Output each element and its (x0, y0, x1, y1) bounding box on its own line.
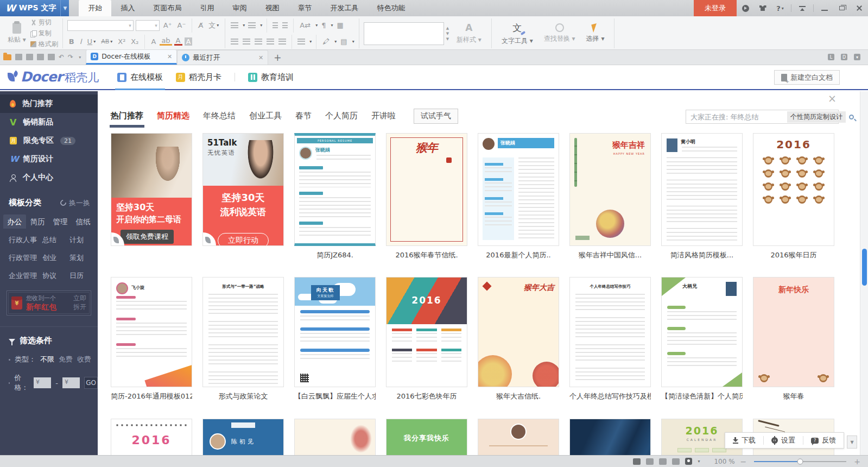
restore-button[interactable] (835, 3, 849, 13)
template-card[interactable] (294, 419, 376, 455)
template-thumbnail[interactable]: 猴年 (386, 133, 467, 246)
template-thumbnail[interactable]: 飞小旋 (111, 277, 192, 387)
view-options-dropdown[interactable]: ▾ (698, 459, 700, 464)
highlight-color-button[interactable]: ab (160, 37, 172, 46)
export-icon[interactable] (26, 54, 33, 60)
open-red-packet-button[interactable]: 立即拆开 (73, 294, 86, 311)
category-tab-office[interactable]: 办公 (3, 214, 26, 229)
skin-icon[interactable] (756, 3, 770, 13)
ad-cta-button[interactable]: 领取免费课程 (121, 230, 174, 244)
template-thumbnail[interactable]: 猴年吉祥 HAPPY NEW YEAR (569, 133, 651, 246)
template-thumbnail[interactable]: 新年快乐 (753, 277, 834, 387)
template-thumbnail[interactable]: PERSONAL RESUME 张晓娟 (294, 133, 376, 246)
login-button[interactable]: 未登录 (694, 0, 737, 16)
search-icon[interactable] (849, 115, 854, 119)
settings-button[interactable]: 设置 (764, 433, 803, 448)
web-view-icon[interactable] (672, 458, 680, 465)
format-painter-button[interactable]: 格式刷 (30, 40, 58, 49)
template-thumbnail[interactable]: 2016 (386, 277, 467, 387)
template-card[interactable] (569, 419, 651, 455)
template-card[interactable]: 飞小旋 简历-2016年通用模板012. (111, 277, 192, 401)
ad-cta-button[interactable]: 立即行动 (218, 233, 269, 246)
align-right-button[interactable] (255, 39, 262, 45)
styles-scroll-arrows[interactable]: ▲▼▼ (446, 26, 449, 41)
close-tab-icon[interactable]: ✕ (258, 54, 263, 61)
template-thumbnail[interactable]: 向天歌 文案策划师 (294, 277, 376, 387)
save-icon[interactable] (15, 54, 22, 60)
paste-button[interactable]: 粘贴 ▾ (8, 23, 26, 45)
template-card[interactable]: 形式与“一带一路”战略 形式与政策论文 (202, 277, 284, 401)
feedback-button[interactable]: ? 反馈 (803, 433, 844, 448)
price-max-input[interactable]: ¥ (62, 377, 80, 388)
template-card[interactable]: 大柄兄 【简洁绿色清新】个人简历... (661, 277, 743, 401)
undo-icon[interactable]: ↶ (59, 54, 64, 60)
type-option-all[interactable]: 不限 (40, 355, 54, 364)
template-card[interactable]: 张晓娟 2016最新个人简历.. (478, 133, 559, 260)
template-thumbnail[interactable] (569, 419, 651, 455)
docer-logo[interactable]: Docer 稻壳儿 (8, 69, 99, 85)
eye-protect-icon[interactable] (685, 458, 692, 465)
template-thumbnail[interactable]: 2016 (753, 133, 834, 246)
sidebar-item-bestsellers[interactable]: V 畅销新品 (0, 113, 98, 131)
clear-format-button[interactable]: A̸ (197, 21, 205, 29)
bold-button[interactable]: B (67, 37, 76, 46)
menu-tab-home[interactable]: 开始 (79, 0, 111, 16)
nav-education-training[interactable]: 教育培训 (248, 65, 294, 89)
align-left-button[interactable] (231, 39, 238, 45)
template-card[interactable]: 新年快乐 猴年春 (753, 277, 834, 401)
category-link[interactable]: 行政人事 (9, 235, 42, 245)
template-card[interactable] (478, 419, 559, 455)
red-packet-banner[interactable]: ¥ 您收到一个 新年红包 立即拆开 (7, 291, 91, 315)
sidebar-item-resume-design[interactable]: W 简历设计 (0, 150, 98, 168)
close-tab-icon[interactable]: ✕ (167, 53, 172, 60)
toolbar-collapse-button[interactable]: ▼ (847, 436, 857, 449)
template-thumbnail[interactable]: 形式与“一带一路”战略 (202, 277, 284, 387)
content-tab-resume-picks[interactable]: 简历精选 (157, 111, 189, 127)
menu-tab-developer[interactable]: 开发工具 (321, 0, 368, 16)
refresh-categories-button[interactable]: 换一换 (60, 198, 90, 208)
menu-tab-section[interactable]: 章节 (288, 0, 321, 16)
menu-tab-special[interactable]: 特色功能 (368, 0, 414, 16)
sidebar-item-personal-center[interactable]: 个人中心 (0, 168, 98, 187)
content-tab-startup-tools[interactable]: 创业工具 (249, 111, 282, 127)
grow-font-button[interactable]: A⁺ (162, 21, 174, 29)
print-icon[interactable] (37, 54, 44, 60)
show-marks-button[interactable]: ¶ (320, 21, 327, 29)
template-card[interactable]: 我分享我快乐 SHARE AND HAPPY (386, 419, 467, 455)
distribute-button[interactable] (278, 39, 286, 45)
layout-switch-icon[interactable]: ▾ (854, 54, 860, 60)
template-card[interactable]: 黄小明 简洁风格简历模板... (661, 133, 743, 260)
category-link[interactable]: 计划 (69, 235, 94, 245)
price-min-input[interactable]: ¥ (34, 377, 51, 388)
decrease-indent-button[interactable] (273, 22, 278, 28)
find-replace-button[interactable]: 查找替换 ▾ (538, 23, 581, 43)
minimize-button[interactable] (818, 3, 832, 13)
font-name-select[interactable]: ▾ (67, 20, 134, 31)
ad-thumbnail[interactable]: 坚持30天 开启你的第二母语 领取免费课程 (111, 133, 192, 246)
doc-tab-recent[interactable]: 最近打开 ✕ (177, 50, 268, 65)
template-card[interactable]: 向天歌 文案策划师 【白云飘飘】应届生个人求... (294, 277, 376, 401)
category-link[interactable]: 行政管理 (9, 253, 42, 263)
redo-icon[interactable]: ↷ (68, 54, 73, 60)
template-thumbnail[interactable] (478, 419, 559, 455)
category-link[interactable]: 企业管理 (9, 271, 42, 281)
docer-mini-icon[interactable]: D (841, 54, 847, 60)
content-scrollbar[interactable] (860, 91, 868, 455)
template-card[interactable]: 猴年大吉 猴年大吉信纸. (478, 277, 559, 401)
template-thumbnail[interactable]: 2016 (111, 419, 192, 455)
content-tab-spring-festival[interactable]: 春节 (295, 111, 312, 127)
italic-button[interactable]: I (78, 37, 84, 46)
char-shading-button[interactable]: A (185, 37, 193, 46)
menu-tab-review[interactable]: 审阅 (223, 0, 256, 16)
align-center-button[interactable] (243, 39, 250, 45)
bullet-list-button[interactable] (231, 22, 238, 28)
zoom-in-button[interactable]: + (854, 457, 860, 466)
open-icon[interactable] (3, 54, 11, 60)
collapse-ribbon-icon[interactable] (795, 3, 809, 13)
category-tab-letterpaper[interactable]: 信纸 (72, 214, 94, 229)
quick-access-dropdown[interactable]: ▾ (79, 55, 81, 60)
sidebar-item-hot[interactable]: 热门推荐 (0, 94, 98, 113)
shading-fill-button[interactable]: 🖍 (321, 37, 331, 46)
template-thumbnail[interactable]: 个人年终总结写作技巧 (569, 277, 651, 387)
template-card[interactable]: PERSONAL RESUME 张晓娟 简历JZ684. (294, 133, 376, 260)
